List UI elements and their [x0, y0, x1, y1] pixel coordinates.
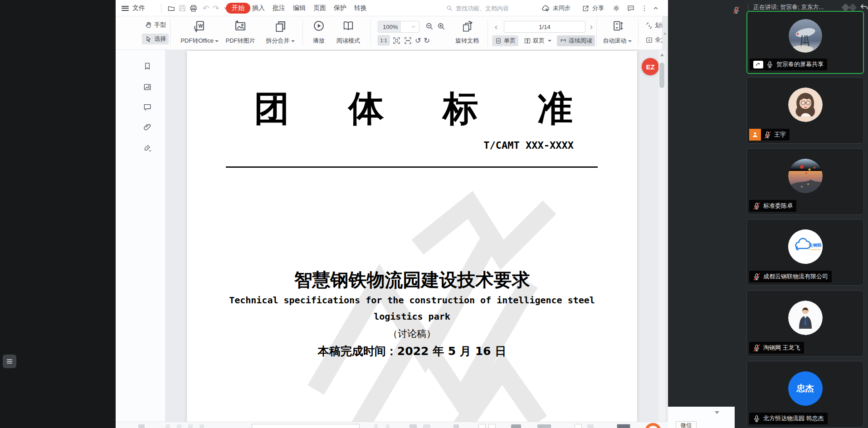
standard-number: T/CAMT XXX-XXXX: [483, 140, 574, 151]
outline-floating-button[interactable]: [3, 355, 16, 368]
fit-page-button[interactable]: [392, 36, 401, 45]
next-page-button[interactable]: ›: [590, 21, 593, 33]
images-panel-button[interactable]: [143, 83, 152, 92]
list-icon: [5, 357, 14, 365]
select-tool-button[interactable]: 选择: [142, 34, 169, 44]
avatar-cloud-logo: 云钢联 YUNGANGLIAN: [788, 229, 823, 264]
avatar-balloons-sunset: [788, 159, 823, 193]
scroll-thumb[interactable]: [659, 63, 664, 88]
return-arrow-icon[interactable]: [859, 2, 868, 12]
status-bar: [116, 422, 668, 428]
meeting-nav-shape-2[interactable]: [848, 3, 857, 11]
page-indicator-input[interactable]: 1/14: [504, 21, 585, 33]
comments-panel-button[interactable]: [143, 102, 152, 112]
bookmarks-panel-button[interactable]: [143, 62, 152, 71]
mic-muted-icon: [753, 344, 761, 352]
meeting-panel: 正在讲话: 贺宗春; 京东方... 贺宗春的屏幕共享: [668, 0, 868, 428]
signature-panel-button[interactable]: [143, 143, 152, 152]
screen-share-icon: [753, 61, 763, 68]
toolbar-ribbon: 手型 选择 PDF转Office PDF转图片 拆分合并: [116, 16, 668, 50]
rotate-ccw-button[interactable]: ↺: [415, 36, 421, 45]
avatar-man-suit: [788, 301, 823, 335]
avatar-initials: 忠杰: [788, 371, 823, 406]
participant-tile[interactable]: 淘钢网 王龙飞: [746, 290, 864, 357]
participant-tile[interactable]: 王宇: [746, 77, 864, 144]
rotate-document-button[interactable]: 旋转文档: [452, 18, 482, 47]
tab-convert[interactable]: 转换: [348, 3, 373, 14]
pdf-to-image-button[interactable]: PDF转图片: [221, 18, 260, 47]
play-button[interactable]: 播放: [306, 18, 332, 47]
wps-pdf-window: 文件 ↶ ↷ 开始 插入 批注 编辑 页面 保护 转换 未同步: [116, 0, 668, 428]
sync-status[interactable]: 未同步: [541, 0, 571, 16]
open-file-button[interactable]: [166, 3, 176, 13]
undo-button[interactable]: ↶: [201, 3, 211, 13]
zoom-in-button[interactable]: [437, 22, 446, 31]
hand-tool-button[interactable]: 手型: [142, 19, 169, 30]
settings-button[interactable]: [611, 3, 621, 13]
continuous-read-icon: [560, 37, 567, 44]
draft-note: （讨论稿）: [187, 327, 637, 340]
svg-text:YUNGANGLIAN: YUNGANGLIAN: [809, 249, 821, 251]
mic-on-icon: [753, 415, 761, 423]
speaker-muted-mic-icon[interactable]: [732, 6, 740, 14]
mic-muted-icon: [753, 202, 761, 210]
save-button[interactable]: [177, 3, 187, 13]
print-button[interactable]: [188, 3, 198, 13]
read-mode-button[interactable]: 阅读模式: [333, 18, 363, 47]
pdf-to-image-icon: [234, 19, 247, 33]
more-options-button[interactable]: ⋮: [639, 3, 649, 13]
split-merge-button[interactable]: 拆分合并: [261, 18, 300, 47]
main-menu-button[interactable]: 文件: [122, 0, 145, 16]
floating-red-badge[interactable]: EZ: [642, 58, 659, 75]
wechat-taskbar-tooltip: 微信: [676, 421, 697, 428]
document-viewport[interactable]: 团体标准 T/CAMT XXX-XXXX 智慧钢铁物流园建设技术要求 Techn…: [166, 50, 668, 422]
mic-muted-icon: [764, 131, 771, 139]
split-merge-icon: [273, 19, 287, 33]
cloud-sync-icon: [541, 4, 550, 13]
feedback-button[interactable]: [626, 3, 636, 13]
actual-size-button[interactable]: 1:1: [378, 35, 390, 45]
host-badge-icon: [749, 129, 761, 141]
auto-scroll-icon: [611, 19, 624, 32]
participant-tile[interactable]: 云钢联 YUNGANGLIAN 成都云钢联物流有限公司: [746, 219, 864, 286]
share-label: 分享: [592, 4, 604, 12]
pdf-to-office-button[interactable]: PDF转Office: [180, 18, 219, 47]
file-menu-label: 文件: [132, 4, 145, 12]
mic-muted-icon: [753, 273, 761, 281]
single-page-button[interactable]: 单页: [492, 35, 518, 46]
attachments-panel-button[interactable]: [143, 122, 152, 131]
left-tool-rail: [116, 50, 166, 422]
single-page-icon: [495, 37, 502, 44]
participant-tile[interactable]: 忠杰 北方恒达物流园 韩忠杰: [746, 361, 864, 428]
participant-tile[interactable]: 标准委陈卓: [746, 148, 864, 215]
redo-button[interactable]: ↷: [211, 3, 221, 13]
desktop: 文件 ↶ ↷ 开始 插入 批注 编辑 页面 保护 转换 未同步: [0, 0, 868, 428]
search-icon: [446, 5, 453, 12]
prev-page-button[interactable]: ‹: [495, 21, 497, 33]
continuous-read-button[interactable]: 连续阅读: [557, 35, 595, 46]
standard-type-title: 团体标准: [187, 91, 637, 126]
participant-tile[interactable]: 贺宗春的屏幕共享: [746, 11, 864, 74]
avatar-telescope: [789, 19, 822, 53]
auto-scroll-button[interactable]: 自动滚动: [600, 18, 634, 47]
document-title-en-line1: Technical specifications for the constru…: [187, 295, 637, 306]
play-icon: [312, 19, 325, 32]
collapse-ribbon-button[interactable]: [651, 3, 661, 13]
rotate-cw-button[interactable]: ↻: [424, 36, 429, 45]
fit-width-button[interactable]: [404, 36, 412, 45]
ribbon-overflow-button[interactable]: ›: [662, 16, 668, 50]
cloud-logo-text: 云钢联: [809, 243, 822, 248]
scroll-up-arrow[interactable]: [660, 54, 664, 56]
share-button[interactable]: 分享: [582, 0, 604, 16]
zoom-out-button[interactable]: [425, 22, 434, 31]
double-page-button[interactable]: 双页: [521, 35, 554, 46]
pdf-to-office-icon: [193, 19, 206, 33]
chevron-down-icon[interactable]: [715, 411, 719, 414]
participant-name: 淘钢网 王龙飞: [763, 344, 800, 352]
menu-bar: 文件 ↶ ↷ 开始 插入 批注 编辑 页面 保护 转换 未同步: [116, 0, 668, 16]
zoom-level-select[interactable]: 100%: [378, 21, 419, 33]
vertical-scrollbar[interactable]: [658, 50, 665, 422]
participant-name: 贺宗春的屏幕共享: [776, 60, 824, 68]
search-box[interactable]: [446, 3, 523, 14]
search-input[interactable]: [456, 5, 519, 12]
